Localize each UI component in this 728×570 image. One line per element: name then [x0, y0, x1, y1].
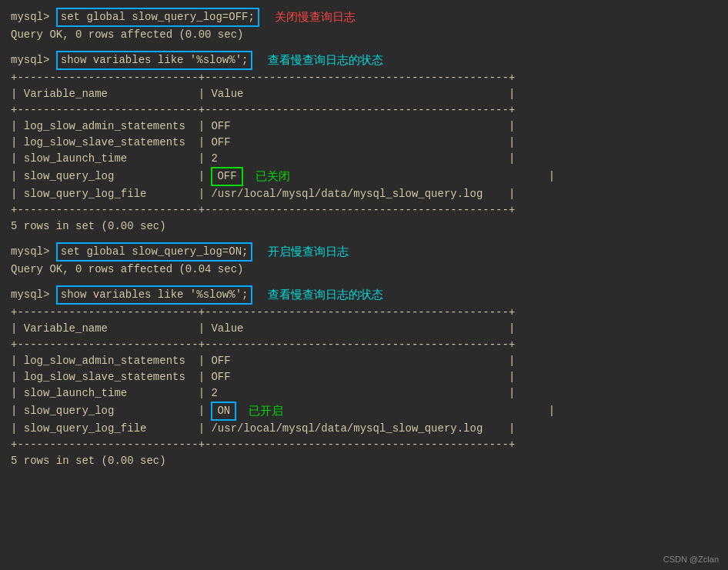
table-sep-top-2: +----------------------------+----------… — [11, 305, 717, 321]
table-header-1: | Variable_name | Value | — [11, 86, 717, 102]
table-row-query-log-1-pad: | — [290, 168, 717, 185]
table-row-admin-1: | log_slow_admin_statements | OFF | — [11, 118, 717, 135]
block-show-off: mysql> show variables like '%slow%';查看慢查… — [11, 51, 717, 235]
command-line-2: mysql> show variables like '%slow%';查看慢查… — [11, 51, 717, 70]
table-row-file-2: | slow_query_log_file | /usr/local/mysql… — [11, 421, 717, 437]
table-row-launch-1: | slow_launch_time | 2 | — [11, 151, 717, 167]
already-closed-label: 已关闭 — [255, 168, 290, 185]
table-row-query-log-2-pre: | slow_query_log | — [11, 403, 211, 419]
block-set-on: mysql> set global slow_query_log=ON;开启慢查… — [11, 242, 717, 278]
block-set-off: mysql> set global slow_query_log=OFF;关闭慢… — [11, 8, 717, 43]
prompt-3: mysql> — [11, 244, 56, 260]
table-row-launch-2: | slow_launch_time | 2 | — [11, 385, 717, 402]
table-sep-mid-2: +----------------------------+----------… — [11, 337, 717, 353]
cmd-show-1: show variables like '%slow%'; — [56, 51, 253, 70]
prompt-1: mysql> — [11, 9, 56, 25]
annotation-view-status-2: 查看慢查询日志的状态 — [268, 286, 383, 304]
already-open-label: 已开启 — [249, 402, 283, 420]
table-row-query-log-2-pad: | — [283, 403, 717, 419]
table-row-query-log-1: | slow_query_log | OFF已关闭 | — [11, 167, 717, 186]
annotation-close-log: 关闭慢查询日志 — [275, 8, 356, 26]
cmd-set-on: set global slow_query_log=ON; — [56, 242, 253, 262]
annotation-open-log: 开启慢查询日志 — [268, 243, 349, 261]
table-row-slave-2: | log_slow_slave_statements | OFF | — [11, 369, 717, 385]
query-ok-1: Query OK, 0 rows affected (0.00 sec) — [11, 27, 717, 43]
table-row-admin-2: | log_slow_admin_statements | OFF | — [11, 353, 717, 369]
table-row-query-log-2: | slow_query_log | ON已开启 | — [11, 402, 717, 421]
watermark: CSDN @Zclan — [663, 555, 719, 564]
prompt-2: mysql> — [11, 52, 56, 68]
table-sep-bot-1: +----------------------------+----------… — [11, 202, 717, 218]
annotation-view-status-1: 查看慢查询日志的状态 — [268, 52, 383, 69]
command-line-3: mysql> set global slow_query_log=ON;开启慢查… — [11, 242, 717, 262]
table-row-query-log-1-pre: | slow_query_log | — [11, 168, 211, 185]
value-on-badge: ON — [211, 402, 236, 421]
command-line-1: mysql> set global slow_query_log=OFF;关闭慢… — [11, 8, 717, 27]
value-off-badge: OFF — [211, 167, 242, 186]
table-footer-2: 5 rows in set (0.00 sec) — [11, 453, 717, 469]
table-footer-1: 5 rows in set (0.00 sec) — [11, 218, 717, 235]
table-sep-bot-2: +----------------------------+----------… — [11, 437, 717, 453]
terminal: mysql> set global slow_query_log=OFF;关闭慢… — [11, 8, 717, 469]
cmd-show-2: show variables like '%slow%'; — [56, 285, 253, 305]
table-header-2: | Variable_name | Value | — [11, 321, 717, 337]
command-line-4: mysql> show variables like '%slow%';查看慢查… — [11, 285, 717, 305]
table-sep-top-1: +----------------------------+----------… — [11, 70, 717, 86]
table-sep-mid-1: +----------------------------+----------… — [11, 102, 717, 118]
cmd-set-off: set global slow_query_log=OFF; — [56, 8, 259, 27]
block-show-on: mysql> show variables like '%slow%';查看慢查… — [11, 285, 717, 469]
table-row-slave-1: | log_slow_slave_statements | OFF | — [11, 135, 717, 151]
query-ok-3: Query OK, 0 rows affected (0.04 sec) — [11, 262, 717, 278]
table-row-file-1: | slow_query_log_file | /usr/local/mysql… — [11, 186, 717, 202]
prompt-4: mysql> — [11, 287, 56, 303]
